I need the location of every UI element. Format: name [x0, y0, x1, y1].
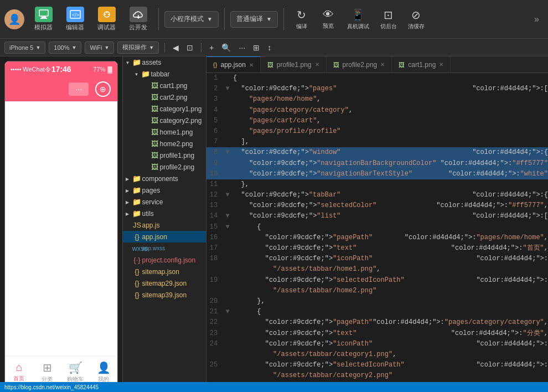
tree-item-sitemap39-json[interactable]: {}sitemap39.json	[123, 289, 206, 301]
tab-category-icon: ⊞	[43, 361, 52, 374]
line-fold	[224, 105, 231, 116]
line-content: "color:#9cdcfe;">"iconPath"	[231, 339, 476, 349]
tab-name: app.json	[220, 61, 245, 69]
tree-item-category2-png[interactable]: 🖼category2.png	[123, 115, 206, 126]
tab-close[interactable]: ✕	[439, 61, 443, 68]
line-content: "color:#9cdcfe;">"iconPath"	[231, 254, 476, 264]
img-icon: 🖼	[149, 163, 159, 171]
mode-dropdown-arrow: ▼	[207, 16, 213, 22]
phone-header: ··· ⊕	[5, 77, 117, 101]
code-line: "/assets/tabbar/category2.png"	[206, 370, 548, 381]
line-content: "color:#9cdcfe;">"navigationBarTextStyle…	[231, 169, 448, 179]
sec-sep	[164, 43, 165, 53]
user-avatar[interactable]: 👤	[4, 9, 24, 29]
tree-item-service[interactable]: 📁service	[123, 196, 206, 208]
editor-label: 编辑器	[66, 23, 84, 32]
tree-item-app-json[interactable]: {}app.json	[123, 231, 206, 243]
tree-item-tabbar[interactable]: 📁tabbar	[123, 68, 206, 80]
real-debug-btn[interactable]: 📱 真机调试	[343, 6, 374, 33]
tree-item-sitemap29-json[interactable]: {}sitemap29.json	[123, 277, 206, 289]
debugger-btn[interactable]: 调试器	[92, 4, 121, 34]
tree-item-profile2-png[interactable]: 🖼profile2.png	[123, 161, 206, 173]
top-toolbar: 👤 模拟器 </> 编辑器 调试器 云开发 小程序模式 ▼ 普通编译 ▼	[0, 0, 548, 39]
cloud-btn[interactable]: 云开发	[123, 4, 153, 34]
code-line: 11 },	[206, 179, 548, 190]
cut-bg-btn[interactable]: ⊡ 切后台	[376, 6, 401, 33]
tree-item-app-js[interactable]: JSapp.js	[123, 219, 206, 231]
grid-btn[interactable]: ⊞	[251, 42, 262, 53]
line-fold	[224, 275, 231, 286]
tree-item-assets[interactable]: 📁assets	[123, 56, 206, 68]
tree-label: cart2.png	[159, 94, 187, 101]
preview-btn[interactable]: 👁 预览	[316, 6, 340, 32]
folder-arrow-down	[132, 71, 141, 77]
simulator-btn[interactable]: 模拟器	[29, 4, 58, 34]
file-tree-panel: 📁assets📁tabbar🖼cart1.png🖼cart2.png🖼categ…	[123, 56, 206, 392]
frame-btn[interactable]: ⊡	[184, 42, 195, 53]
header-dots-btn[interactable]: ···	[69, 82, 89, 96]
js-icon: JS	[132, 221, 142, 229]
network-dropdown[interactable]: WiFi ▼	[85, 42, 114, 54]
add-btn[interactable]: +	[207, 42, 216, 53]
back-btn[interactable]: ◀	[170, 42, 181, 53]
tree-item-pages[interactable]: 📁pages	[123, 184, 206, 196]
line-content: "color:#9cdcfe;">"list"	[231, 211, 472, 221]
line-content: },	[231, 296, 548, 307]
tree-item-sitemap-json[interactable]: {}sitemap.json	[123, 266, 206, 277]
tree-item-cart1-png[interactable]: 🖼cart1.png	[123, 80, 206, 91]
tab-close[interactable]: ✕	[380, 61, 385, 68]
tree-item-app-wxss[interactable]: wxssapp.wxss	[123, 243, 206, 254]
zoom-dropdown[interactable]: 100% ▼	[49, 42, 81, 54]
line-content: {	[231, 222, 548, 233]
wxss-icon: wxss	[132, 244, 142, 252]
tree-item-utils[interactable]: 📁utils	[123, 208, 206, 219]
tree-label: cart1.png	[159, 82, 187, 90]
line-content: {	[231, 73, 548, 84]
tree-item-category1-png[interactable]: 🖼category1.png	[123, 103, 206, 115]
tree-item-home1-png[interactable]: 🖼home1.png	[123, 126, 206, 138]
split-btn[interactable]: ↕	[265, 42, 273, 53]
editor-panel: {}app.json✕🖼profile1.png✕🖼profile2.png✕🖼…	[206, 56, 548, 392]
simulate-op-dropdown[interactable]: 模拟操作 ▼	[117, 42, 159, 54]
tree-item-cart2-png[interactable]: 🖼cart2.png	[123, 91, 206, 103]
img-icon: 🖼	[149, 105, 159, 113]
more-sec-btn[interactable]: ···	[236, 42, 247, 53]
clear-label: 清缓存	[408, 23, 425, 30]
editor-tab-profile2-png[interactable]: 🖼profile2.png✕	[327, 56, 392, 73]
more-btn[interactable]: »	[530, 12, 544, 27]
line-number	[206, 264, 224, 275]
mode-dropdown[interactable]: 小程序模式 ▼	[164, 11, 219, 28]
tree-item-project-config-json[interactable]: {·}project.config.json	[123, 254, 206, 266]
editor-tab-profile1-png[interactable]: 🖼profile1.png✕	[261, 56, 327, 73]
cloud-label: 云开发	[129, 23, 147, 32]
tree-item-home2-png[interactable]: 🖼home2.png	[123, 138, 206, 149]
clear-btn[interactable]: ⊘ 清缓存	[404, 6, 429, 33]
editor-btn[interactable]: </> 编辑器	[60, 4, 90, 34]
editor-tab-app-json[interactable]: {}app.json✕	[206, 56, 261, 73]
line-number: 23	[206, 328, 224, 339]
tree-label: tabbar	[151, 70, 169, 78]
compile-dropdown-arrow: ▼	[266, 16, 272, 22]
cut-bg-icon: ⊡	[384, 8, 393, 22]
code-line: 20 },	[206, 296, 548, 307]
tree-item-profile1-png[interactable]: 🖼profile1.png	[123, 149, 206, 161]
line-content: "color:#9cdcfe;">"pages"	[231, 84, 472, 94]
tab-close[interactable]: ✕	[249, 62, 254, 68]
tree-item-components[interactable]: 📁components	[123, 173, 206, 184]
line-content: "pages/category/category",	[231, 105, 548, 116]
tab-close[interactable]: ✕	[315, 61, 319, 68]
line-fold	[224, 179, 231, 190]
device-label: iPhone 5	[9, 44, 33, 51]
compile-dropdown[interactable]: 普通编译 ▼	[230, 11, 278, 28]
zoom-label: 100%	[54, 44, 69, 51]
line-content: "color:#9cdcfe;">"selectedIconPath"	[231, 275, 476, 286]
tree-label: home1.png	[159, 128, 193, 136]
search-btn[interactable]: 🔍	[219, 42, 233, 53]
img-icon: 🖼	[149, 128, 159, 136]
device-dropdown[interactable]: iPhone 5 ▼	[4, 42, 45, 54]
header-circle-btn[interactable]: ⊕	[95, 81, 111, 97]
folder-icon: 📁	[132, 58, 142, 66]
refresh-btn[interactable]: ↻ 编译	[289, 6, 314, 33]
editor-tab-cart1-png[interactable]: 🖼cart1.png✕	[392, 56, 451, 73]
line-fold	[224, 94, 231, 105]
